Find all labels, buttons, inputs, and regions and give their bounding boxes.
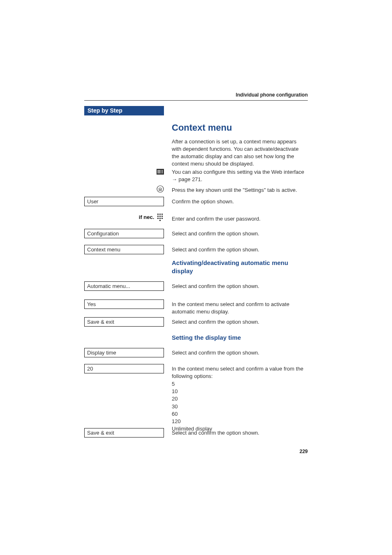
select-confirm-save2: Select and confirm the option shown. (172, 429, 307, 437)
header-rule (84, 100, 308, 101)
menu-box-context-menu: Context menu (84, 245, 164, 254)
svg-rect-3 (157, 173, 161, 173)
menu-box-save-exit-1: Save & exit (84, 317, 164, 327)
web-config-icon (157, 168, 164, 174)
svg-rect-17 (159, 218, 161, 219)
svg-rect-16 (157, 218, 159, 219)
svg-rect-13 (157, 216, 159, 217)
svg-rect-18 (161, 218, 163, 219)
intro-paragraph: After a connection is set up, a context … (172, 138, 307, 168)
svg-rect-2 (157, 171, 161, 172)
keypad-icon (157, 214, 164, 220)
select-confirm-config: Select and confirm the option shown. (172, 230, 307, 237)
svg-rect-10 (157, 214, 159, 215)
option-5: 5 (172, 380, 307, 388)
menu-box-automatic-menu: Automatic menu... (84, 281, 164, 291)
svg-rect-5 (161, 171, 163, 172)
heading-context-menu: Context menu (172, 122, 307, 133)
if-nec-label: if nec. (139, 214, 154, 220)
menu-box-yes: Yes (84, 299, 164, 309)
svg-rect-15 (161, 216, 163, 217)
page-header-title: Individual phone configuration (236, 92, 308, 98)
svg-rect-19 (159, 220, 161, 221)
press-key-text: Press the key shown until the "Settings"… (172, 187, 307, 194)
page-number: 229 (300, 449, 308, 454)
option-30: 30 (172, 403, 307, 410)
menu-box-user: User (84, 197, 164, 206)
svg-rect-14 (159, 216, 161, 217)
context-value-text: In the context menu select and confirm a… (172, 365, 307, 380)
select-confirm-save1: Select and confirm the option shown. (172, 318, 307, 326)
menu-box-display-time: Display time (84, 348, 164, 357)
svg-rect-4 (161, 170, 163, 171)
option-20: 20 (172, 395, 307, 403)
enter-password-text: Enter and confirm the user password. (172, 215, 307, 223)
svg-rect-11 (159, 214, 161, 215)
context-activate-text: In the context menu select and confirm t… (172, 301, 307, 315)
web-config-text: You can also configure this setting via … (172, 168, 307, 183)
option-120: 120 (172, 418, 307, 425)
select-confirm-display-time: Select and confirm the option shown. (172, 349, 307, 357)
svg-rect-6 (161, 173, 163, 173)
select-confirm-context: Select and confirm the option shown. (172, 246, 307, 253)
heading-setting-time: Setting the display time (172, 334, 307, 342)
svg-rect-1 (157, 170, 161, 171)
options-list: 5 10 20 30 60 120 Unlimited display (172, 380, 307, 433)
heading-activating: Activating/deactivating automatic menu d… (172, 259, 307, 276)
sidebar-header: Step by Step (84, 106, 164, 115)
settings-key-icon (157, 185, 164, 191)
select-confirm-auto: Select and confirm the option shown. (172, 283, 307, 290)
option-60: 60 (172, 410, 307, 418)
menu-box-configuration: Configuration (84, 229, 164, 238)
menu-box-twenty: 20 (84, 364, 164, 373)
svg-rect-12 (161, 214, 163, 215)
svg-point-7 (157, 186, 164, 192)
option-10: 10 (172, 388, 307, 395)
menu-box-save-exit-2: Save & exit (84, 428, 164, 438)
confirm-option-text: Confirm the option shown. (172, 198, 307, 205)
